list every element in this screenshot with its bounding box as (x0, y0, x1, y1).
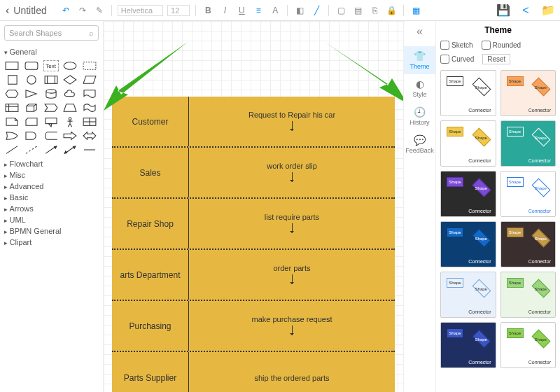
theme-swatch-4[interactable]: Shape Shape Connector (440, 171, 496, 217)
shape-document[interactable] (82, 88, 97, 99)
category-misc[interactable]: Misc (4, 171, 99, 179)
side-tab-style[interactable]: ◐Style (404, 74, 435, 102)
document-title: Untitled (13, 5, 46, 16)
shape-tape[interactable] (82, 102, 97, 113)
bold-button[interactable]: B (202, 4, 214, 17)
curved-checkbox[interactable]: Curved (440, 55, 474, 64)
canvas-area[interactable]: Customer Request to Repair his car Sales… (104, 21, 403, 392)
shape-callout[interactable] (43, 116, 59, 127)
shape-circle[interactable] (24, 74, 39, 85)
shape-dashrect[interactable] (82, 60, 97, 71)
shape-cylinder[interactable] (43, 88, 59, 99)
theme-swatch-0[interactable]: Shape Shape Connector (440, 70, 496, 116)
category-bpmn-general[interactable]: BPMN General (4, 227, 99, 235)
connector-line[interactable] (4, 144, 20, 155)
theme-swatch-9[interactable]: Shape Shape Connector (500, 272, 556, 318)
shape-square[interactable] (4, 74, 20, 85)
side-tab-feedback[interactable]: 💬FeedBack (404, 130, 435, 158)
theme-swatch-3[interactable]: Shape Shape Connector (500, 120, 556, 167)
shape-note[interactable] (4, 116, 20, 127)
right-tabs: « 👕Theme◐Style🕘History💬FeedBack (403, 21, 435, 392)
theme-swatch-6[interactable]: Shape Shape Connector (440, 221, 496, 267)
save-button[interactable]: 💾 (497, 4, 510, 17)
lane-5[interactable]: Parts Supplier ship the ordered parts (112, 352, 395, 392)
theme-swatch-7[interactable]: Shape Shape Connector (500, 221, 556, 267)
line-style-button[interactable]: ╱ (310, 4, 323, 17)
connector-thin[interactable] (82, 144, 97, 155)
shape-card[interactable] (24, 116, 39, 127)
shape-or[interactable] (4, 130, 20, 141)
side-tab-theme[interactable]: 👕Theme (404, 46, 435, 74)
category-arrows[interactable]: Arrows (4, 204, 99, 213)
share-button[interactable]: < (519, 4, 532, 17)
italic-button[interactable]: I (218, 4, 231, 17)
lane-3[interactable]: arts Department order parts (112, 250, 395, 301)
shape-parallelogram[interactable] (82, 74, 97, 85)
search-shapes-input[interactable]: Search Shapes ⌕ (4, 25, 99, 41)
underline-button[interactable]: U (235, 4, 248, 17)
shape-hexagon[interactable] (4, 88, 20, 99)
arrange-button[interactable]: ▢ (335, 4, 347, 17)
back-button[interactable]: ‹ (6, 4, 9, 17)
shape-cube[interactable] (24, 102, 39, 113)
category-uml[interactable]: UML (4, 216, 99, 224)
theme-swatch-2[interactable]: Shape Shape Connector (440, 120, 496, 167)
folder-button[interactable]: 📁 (542, 4, 554, 17)
shape-text[interactable]: Text (43, 60, 59, 71)
format-paint-icon[interactable]: ✎ (93, 4, 106, 17)
lane-4[interactable]: Purchasing make purchase request (112, 301, 395, 352)
shape-arrow-right[interactable] (62, 130, 78, 141)
shape-oval[interactable] (62, 60, 78, 71)
shape-roundrect[interactable] (24, 60, 39, 71)
category-clipart[interactable]: Clipart (4, 238, 99, 246)
font-size-select[interactable]: 12 (167, 5, 190, 16)
lane-1[interactable]: Sales work order slip (112, 148, 395, 199)
svg-marker-34 (54, 146, 57, 149)
theme-swatch-10[interactable]: Shape Shape Connector (440, 322, 496, 368)
connector-arrow2[interactable] (62, 144, 78, 155)
category-flowchart[interactable]: Flowchart (4, 160, 99, 168)
shape-diamond[interactable] (62, 74, 78, 85)
align-button[interactable]: ≡ (252, 4, 265, 17)
category-advanced[interactable]: Advanced (4, 182, 99, 190)
shape-trapezoid[interactable] (62, 102, 78, 113)
category-general[interactable]: General (4, 48, 99, 56)
fill-color-button[interactable]: ◧ (293, 4, 306, 17)
collapse-panel-button[interactable]: « (416, 25, 423, 38)
connector-dash[interactable] (24, 144, 39, 155)
reset-button[interactable]: Reset (482, 54, 510, 64)
shape-table[interactable] (82, 116, 97, 127)
copy-button[interactable]: ⎘ (368, 4, 381, 17)
lock-button[interactable]: 🔒 (385, 4, 398, 17)
swimlane-diagram[interactable]: Customer Request to Repair his car Sales… (112, 97, 395, 392)
side-tab-history[interactable]: 🕘History (404, 102, 435, 130)
separator (195, 5, 196, 16)
connector-arrow[interactable] (43, 144, 59, 155)
theme-swatch-5[interactable]: Shape Shape Connector (500, 171, 556, 217)
theme-swatch-1[interactable]: Shape Shape Connector (500, 70, 556, 116)
shape-step[interactable] (43, 102, 59, 113)
shape-process[interactable] (43, 74, 59, 85)
font-family-select[interactable]: Helvetica (118, 5, 163, 16)
undo-button[interactable]: ↶ (59, 4, 72, 17)
shape-and[interactable] (24, 130, 39, 141)
grid-button[interactable]: ▦ (410, 4, 422, 17)
theme-swatch-8[interactable]: Shape Shape Connector (440, 272, 496, 318)
shape-cloud[interactable] (62, 88, 78, 99)
shape-arrow-bidir[interactable] (82, 130, 97, 141)
shape-datastore[interactable] (43, 130, 59, 141)
rounded-checkbox[interactable]: Rounded (482, 41, 522, 50)
redo-button[interactable]: ↷ (76, 4, 89, 17)
shape-rect[interactable] (4, 60, 20, 71)
search-icon: ⌕ (89, 29, 94, 37)
shape-triangle[interactable] (24, 88, 39, 99)
theme-swatch-11[interactable]: Shape Shape Connector (500, 322, 556, 368)
shape-actor[interactable] (62, 116, 78, 127)
shape-internal[interactable] (4, 102, 20, 113)
separator (403, 5, 404, 16)
category-basic[interactable]: Basic (4, 193, 99, 202)
lane-2[interactable]: Repair Shop list require parts (112, 199, 395, 250)
layer-button[interactable]: ▤ (351, 4, 364, 17)
sketch-checkbox[interactable]: Sketch (440, 41, 473, 50)
font-color-button[interactable]: A (269, 4, 281, 17)
